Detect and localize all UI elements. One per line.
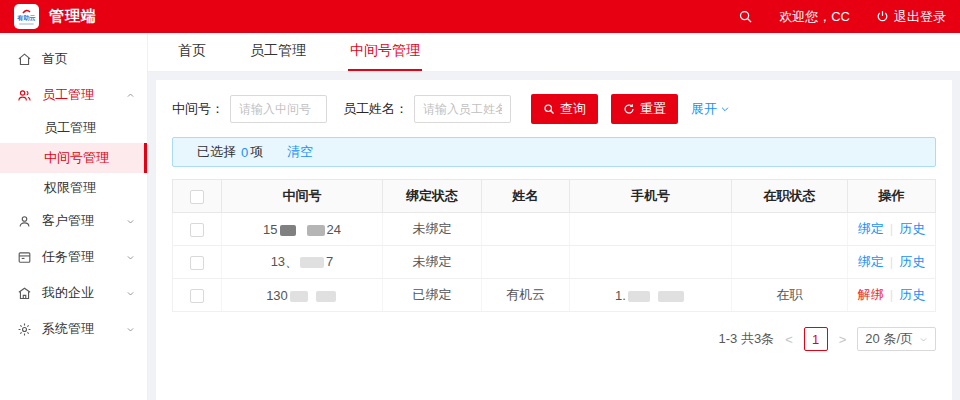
actions-cell: 绑定|历史	[848, 246, 936, 279]
mid-number-cell: 130	[222, 279, 383, 312]
home-icon	[17, 52, 32, 67]
logo-text: 有助云	[18, 15, 36, 22]
job-status-cell	[732, 213, 848, 246]
chevron-down-icon	[919, 335, 928, 344]
clear-selection-link[interactable]: 清空	[287, 143, 313, 161]
mid-number-text: 130	[266, 288, 288, 303]
bind-status-cell: 已绑定	[383, 279, 482, 312]
expand-link[interactable]: 展开	[691, 100, 730, 118]
sidebar-item-customer[interactable]: 客户管理	[0, 203, 147, 239]
job-status-cell: 在职	[732, 279, 848, 312]
header-search-button[interactable]	[738, 9, 753, 24]
prev-page-button[interactable]: <	[783, 332, 795, 347]
page-number-1[interactable]: 1	[804, 327, 828, 351]
redacted-text	[628, 291, 650, 302]
sidebar-subitem-label: 权限管理	[44, 179, 96, 197]
sidebar-item-task[interactable]: 任务管理	[0, 239, 147, 275]
mid-number-input[interactable]	[230, 95, 327, 123]
col-header-job-status: 在职状态	[732, 180, 848, 213]
table-row: 1524 未绑定 绑定|历史	[173, 213, 936, 246]
sidebar-item-home[interactable]: 首页	[0, 41, 147, 77]
phone-cell: 1.	[570, 279, 732, 312]
search-button-label: 查询	[560, 100, 586, 118]
history-action-link[interactable]: 历史	[899, 287, 925, 302]
redacted-text	[280, 225, 296, 236]
unbind-action-link[interactable]: 解绑	[858, 287, 884, 302]
sidebar-item-staff[interactable]: 员工管理	[0, 77, 147, 113]
select-all-checkbox[interactable]	[190, 190, 204, 204]
tab-label: 员工管理	[250, 42, 306, 60]
actions-cell: 解绑|历史	[848, 279, 936, 312]
table-header-row: 中间号 绑定状态 姓名 手机号 在职状态 操作	[173, 180, 936, 213]
logout-label: 退出登录	[894, 8, 946, 26]
row-checkbox[interactable]	[190, 223, 204, 237]
logout-button[interactable]: 退出登录	[876, 8, 946, 26]
search-icon	[738, 9, 753, 24]
mid-number-label: 中间号：	[172, 100, 224, 118]
name-cell	[482, 246, 570, 279]
mid-number-cell: 1524	[222, 213, 383, 246]
middle-number-table: 中间号 绑定状态 姓名 手机号 在职状态 操作 1524 未绑定	[172, 179, 936, 312]
pagination-total: 1-3 共3条	[718, 330, 774, 348]
sidebar-item-label: 系统管理	[42, 320, 126, 338]
table-row: 130 已绑定 有机云 1. 在职 解绑|历史	[173, 279, 936, 312]
expand-label: 展开	[691, 100, 717, 118]
sidebar-subitem-permission[interactable]: 权限管理	[0, 173, 147, 203]
chevron-down-icon	[126, 325, 135, 334]
tab-label: 中间号管理	[350, 42, 420, 60]
logout-icon	[876, 10, 889, 23]
chevron-down-icon	[720, 104, 730, 114]
phone-cell	[570, 246, 732, 279]
chevron-down-icon	[126, 289, 135, 298]
mid-number-cell: 13、7	[222, 246, 383, 279]
sidebar-subitem-middle-number[interactable]: 中间号管理	[0, 143, 147, 173]
welcome-text: 欢迎您，CC	[779, 8, 850, 26]
tab-bar: 首页 员工管理 中间号管理	[148, 33, 960, 72]
tab-home[interactable]: 首页	[176, 33, 208, 71]
user-icon	[17, 214, 32, 229]
logo-subline	[19, 23, 34, 25]
table-row: 13、7 未绑定 绑定|历史	[173, 246, 936, 279]
sidebar-nav: 首页 员工管理 员工管理 中间号管理 权限管理 客户管理	[0, 33, 148, 400]
mid-number-text: 24	[327, 222, 341, 237]
app-title: 管理端	[49, 7, 97, 26]
next-page-button[interactable]: >	[837, 332, 849, 347]
history-action-link[interactable]: 历史	[899, 254, 925, 269]
chevron-up-icon	[126, 91, 135, 100]
top-header: 有助云 管理端 欢迎您，CC 退出登录	[0, 0, 960, 33]
tab-label: 首页	[178, 42, 206, 60]
name-cell	[482, 213, 570, 246]
sidebar-item-enterprise[interactable]: 我的企业	[0, 275, 147, 311]
redacted-text	[300, 257, 324, 268]
page-size-select[interactable]: 20 条/页	[857, 327, 936, 351]
logo-mark-icon	[22, 8, 31, 15]
history-action-link[interactable]: 历史	[899, 221, 925, 236]
redacted-text	[290, 291, 308, 302]
gear-icon	[17, 322, 32, 337]
page-size-value: 20 条/页	[865, 330, 913, 348]
sidebar-item-label: 员工管理	[42, 86, 126, 104]
sidebar-item-label: 首页	[42, 50, 135, 68]
sidebar-subitem-label: 员工管理	[44, 119, 96, 137]
sidebar-item-label: 任务管理	[42, 248, 126, 266]
tab-staff-manage[interactable]: 员工管理	[248, 33, 308, 71]
bind-status-cell: 未绑定	[383, 246, 482, 279]
enterprise-icon	[17, 286, 32, 301]
reset-button[interactable]: 重置	[611, 94, 678, 124]
staff-name-label: 员工姓名：	[343, 100, 408, 118]
col-header-name: 姓名	[482, 180, 570, 213]
row-checkbox[interactable]	[190, 256, 204, 270]
sidebar-subitem-label: 中间号管理	[44, 149, 109, 167]
row-checkbox[interactable]	[190, 289, 204, 303]
redacted-text	[658, 291, 684, 302]
search-button[interactable]: 查询	[531, 94, 598, 124]
tab-middle-number[interactable]: 中间号管理	[348, 33, 422, 71]
reset-button-label: 重置	[640, 100, 666, 118]
staff-name-input[interactable]	[414, 95, 511, 123]
redacted-text	[316, 291, 336, 302]
sidebar-item-system[interactable]: 系统管理	[0, 311, 147, 347]
actions-cell: 绑定|历史	[848, 213, 936, 246]
bind-action-link[interactable]: 绑定	[858, 221, 884, 236]
sidebar-subitem-staff-manage[interactable]: 员工管理	[0, 113, 147, 143]
bind-action-link[interactable]: 绑定	[858, 254, 884, 269]
